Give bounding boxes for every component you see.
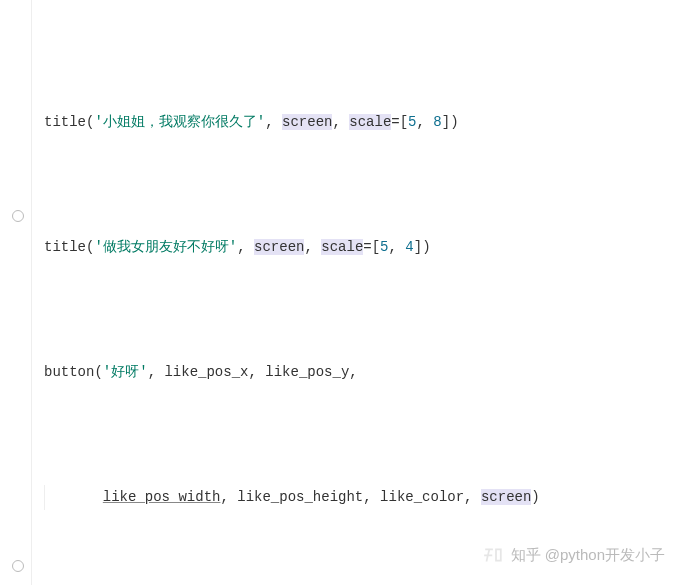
p: ,: [464, 489, 481, 505]
p: ,: [304, 239, 321, 255]
p: ): [422, 239, 430, 255]
id-screen: screen: [282, 114, 332, 130]
n: 5: [380, 239, 388, 255]
id-screen: screen: [481, 489, 531, 505]
p: =: [391, 114, 399, 130]
p: ,: [265, 114, 282, 130]
p: =: [363, 239, 371, 255]
editor-root: title('小姐姐，我观察你很久了', screen, scale=[5, 8…: [0, 0, 683, 585]
id: like_pos_height: [237, 489, 363, 505]
id-scale: scale: [321, 239, 363, 255]
str: '做我女朋友好不好呀': [94, 239, 237, 255]
n: 8: [433, 114, 441, 130]
fold-mark-b[interactable]: [12, 560, 24, 572]
id-like-pos-width: like pos width: [103, 489, 221, 505]
id: like_pos_x: [164, 364, 248, 380]
p: ): [450, 114, 458, 130]
id-button: button: [44, 364, 94, 380]
p: ): [531, 489, 539, 505]
gutter: [0, 0, 36, 585]
p: ,: [349, 364, 357, 380]
code-line[interactable]: like pos width, like_pos_height, like_co…: [44, 485, 683, 510]
p: ,: [363, 489, 380, 505]
p: ,: [248, 364, 265, 380]
n: 5: [408, 114, 416, 130]
id: like_color: [380, 489, 464, 505]
str: '小姐姐，我观察你很久了': [94, 114, 265, 130]
code-line[interactable]: button('好呀', like_pos_x, like_pos_y,: [44, 360, 683, 385]
ws: [44, 489, 103, 505]
code-scroll[interactable]: title('小姐姐，我观察你很久了', screen, scale=[5, 8…: [36, 0, 683, 585]
p: [: [372, 239, 380, 255]
fold-mark-a[interactable]: [12, 210, 24, 222]
id-title: title: [44, 114, 86, 130]
p: (: [94, 364, 102, 380]
code-line[interactable]: title('做我女朋友好不好呀', screen, scale=[5, 4]): [44, 235, 683, 260]
p: ]: [442, 114, 450, 130]
n: 4: [405, 239, 413, 255]
str: '好呀': [103, 364, 148, 380]
p: ,: [417, 114, 434, 130]
code-line[interactable]: title('小姐姐，我观察你很久了', screen, scale=[5, 8…: [44, 110, 683, 135]
p: ,: [237, 239, 254, 255]
p: [: [400, 114, 408, 130]
p: ,: [148, 364, 165, 380]
p: ,: [220, 489, 237, 505]
p: ]: [414, 239, 422, 255]
p: ,: [389, 239, 406, 255]
code-area[interactable]: title('小姐姐，我观察你很久了', screen, scale=[5, 8…: [36, 0, 683, 585]
id-title: title: [44, 239, 86, 255]
id-scale: scale: [349, 114, 391, 130]
id: like_pos_y: [265, 364, 349, 380]
id-screen: screen: [254, 239, 304, 255]
p: ,: [332, 114, 349, 130]
